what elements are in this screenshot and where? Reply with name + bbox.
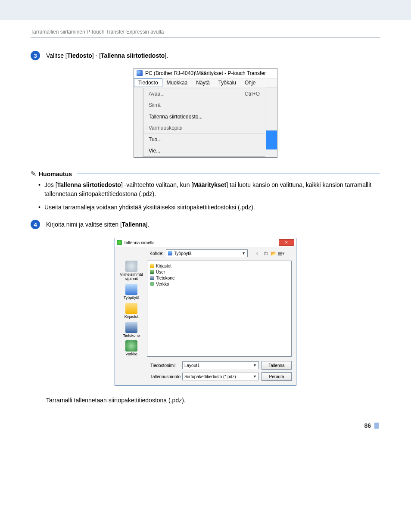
after-paragraph: Tarramalli tallennetaan siirtopakettitie… [46,396,380,405]
place-network-label: Verkko [119,352,143,357]
list-item[interactable]: Tietokone [150,275,289,281]
menu-help[interactable]: Ohje [240,78,260,87]
note-b1b: Tallenna siirtotiedosto [57,181,121,188]
menu-item-save-transfer-label: Tallenna siirtotiedosto... [149,114,202,120]
header-rule [31,37,380,38]
step4-suffix: ]. [146,221,149,228]
kohde-value: Työpöytä [174,251,192,256]
top-bar [0,0,411,20]
menu-item-open-label: Avaa... [149,91,165,97]
recent-icon [125,261,137,272]
kohde-label: Kohde: [143,251,163,256]
close-button[interactable]: ✕ [279,239,294,246]
step-4: 4 Kirjoita nimi ja valitse sitten [Talle… [31,220,380,229]
save-button[interactable]: Tallenna [262,361,292,370]
app-icon [137,70,143,76]
save-as-title-text: Tallenna nimellä [124,240,155,245]
page-number: 86 [31,422,380,429]
filetype-field[interactable]: Siirtopakettitiedosto (*.pdz) ▼ [182,373,259,380]
ptouch-window: PC (Brother RJ-4040)\Määritykset - P-tou… [134,68,277,158]
step4-prefix: Kirjoita nimi ja valitse sitten [ [46,221,122,228]
menu-item-export[interactable]: Vie... [143,145,265,156]
place-recent[interactable]: Viimeisimmät sijainnit [119,261,143,281]
file-dropdown: Avaa... Ctrl+O Siirrä Tallenna siirtotie… [143,88,265,157]
ptouch-titlebar: PC (Brother RJ-4040)\Määritykset - P-tou… [134,68,277,78]
menu-item-open[interactable]: Avaa... Ctrl+O [143,88,265,100]
note-b1d: Määritykset [193,181,226,188]
step-3: 3 Valitse [Tiedosto] - [Tallenna siirtot… [31,51,380,60]
filename-field[interactable]: Layout1 ▼ [182,361,259,369]
page-content: Tarramallien siirtäminen P-touch Transfe… [31,20,380,446]
list-item-label: Verkko [156,282,169,286]
place-desktop[interactable]: Työpöytä [119,284,143,300]
place-libraries[interactable]: Kirjastot [119,303,143,319]
filetype-label: Tallennusmuoto: [150,374,180,379]
note-block: ✎ Huomautus Jos [Tallenna siirtotiedosto… [31,170,380,212]
ptouch-sidebar [134,87,143,157]
new-folder-icon[interactable]: 📂 [270,250,277,257]
menu-item-import[interactable]: Tuo... [143,134,265,145]
step4-button: Tallenna [122,221,146,228]
network-small-icon [150,282,154,286]
list-item[interactable]: User [150,269,289,275]
desktop-icon [168,251,172,255]
note-bullet-1: Jos [Tallenna siirtotiedosto] -vaihtoeht… [38,180,380,199]
libraries-icon [125,303,137,314]
toolbar-buttons: ⇐ 🗀 📂 ▦▾ [255,250,285,257]
computer-small-icon [150,276,154,280]
menu-item-backup[interactable]: Varmuuskopioi [143,122,265,134]
list-item[interactable]: Kirjastot [150,263,289,269]
menu-item-open-shortcut: Ctrl+O [245,91,260,97]
dropdown-arrow-icon: ▼ [242,251,246,255]
places-bar: Viimeisimmät sijainnit Työpöytä Kirjasto… [118,261,144,357]
menu-item-export-label: Vie... [149,148,160,154]
step3-menu2: Tallenna siirtotiedosto [101,52,165,59]
menu-file[interactable]: Tiedosto [134,78,162,87]
up-level-icon[interactable]: 🗀 [262,250,269,257]
nav-back-icon[interactable]: ⇐ [255,250,262,257]
menu-item-transfer-label: Siirrä [149,102,161,108]
folder-icon [150,264,154,268]
ptouch-title-text: PC (Brother RJ-4040)\Määritykset - P-tou… [145,70,266,76]
breadcrumb: Tarramallien siirtäminen P-touch Transfe… [31,29,380,35]
save-as-dialog: Tallenna nimellä ✕ Kohde: Työpöytä ▼ ⇐ 🗀… [115,238,296,386]
page-number-marker [374,423,379,429]
menu-tools[interactable]: Työkalu [214,78,240,87]
note-rule [77,174,380,174]
note-label: Huomautus [39,171,72,177]
network-icon [125,340,137,352]
list-item-label: Kirjastot [156,264,171,268]
save-as-toolbar: Kohde: Työpöytä ▼ ⇐ 🗀 📂 ▦▾ [115,247,296,260]
view-menu-icon[interactable]: ▦▾ [278,250,285,257]
filetype-value: Siirtopakettitiedosto (*.pdz) [184,374,236,379]
list-item[interactable]: Verkko [150,281,289,287]
menu-item-transfer[interactable]: Siirrä [143,100,265,111]
step3-menu1: Tiedosto [67,52,92,59]
save-as-app-icon [117,240,122,245]
step-4-text: Kirjoita nimi ja valitse sitten [Tallenn… [46,220,149,229]
user-icon [150,270,154,274]
menu-item-import-label: Tuo... [149,137,162,143]
ptouch-right-pane [266,87,277,157]
step3-mid: ] - [ [92,52,101,59]
note-icon: ✎ [31,170,36,178]
cancel-button[interactable]: Peruuta [262,372,292,381]
menu-item-backup-label: Varmuuskopioi [149,125,182,131]
place-libraries-label: Kirjastot [119,315,143,319]
menu-edit[interactable]: Muokkaa [162,78,192,87]
filename-value: Layout1 [184,363,200,368]
place-computer[interactable]: Tietokone [119,322,143,338]
kohde-dropdown[interactable]: Työpöytä ▼ [166,249,248,257]
dropdown-arrow-icon: ▼ [253,374,257,379]
note-b1a: Jos [ [44,181,57,188]
menu-view[interactable]: Näytä [192,78,214,87]
menu-item-save-transfer[interactable]: Tallenna siirtotiedosto... [143,111,265,122]
desktop-place-icon [125,284,137,295]
place-network[interactable]: Verkko [119,340,143,357]
file-list[interactable]: Kirjastot User Tietokone Verkko [147,261,292,357]
list-item-label: User [156,270,165,274]
place-computer-label: Tietokone [119,334,143,338]
step-3-bullet: 3 [31,51,40,60]
filename-label: Tiedostonimi: [150,363,180,368]
step-4-bullet: 4 [31,220,40,229]
